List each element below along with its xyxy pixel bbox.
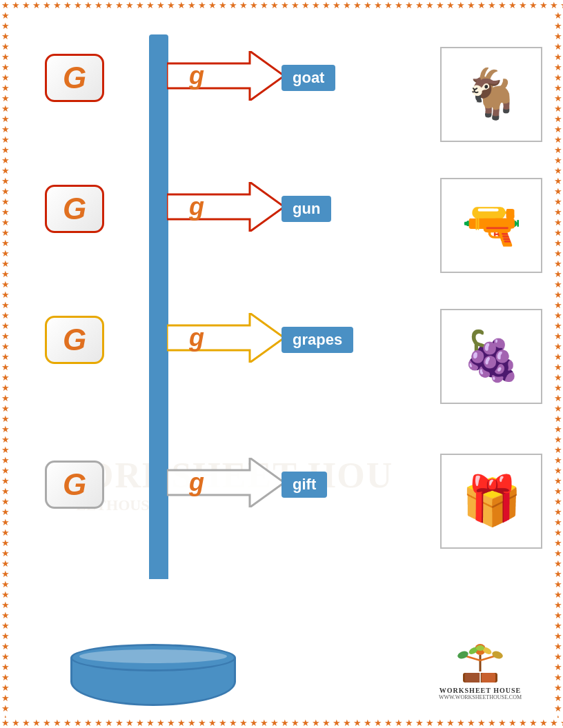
arrow-3: g — [167, 313, 284, 363]
word-label-1: goat — [293, 69, 324, 86]
cylinder-highlight — [79, 649, 227, 663]
brand-name: WORKSHEET HOUSE — [425, 687, 535, 694]
small-g-4: g — [189, 468, 204, 497]
capital-g-letter-2: G — [63, 192, 86, 226]
content-area: WORKSHEET HOU EETHOUSE. Gggoat🐐Gggun🔫Ggg… — [14, 14, 549, 714]
word-box-4: gift — [282, 472, 327, 498]
image-emoji-1: 🐐 — [462, 70, 522, 119]
image-emoji-2: 🔫 — [462, 201, 522, 250]
image-box-1: 🐐 — [440, 47, 542, 142]
svg-rect-10 — [465, 673, 480, 682]
arrow-2: g — [167, 182, 284, 232]
svg-line-2 — [466, 656, 480, 660]
cylinder-top — [70, 644, 236, 671]
g-capital-box-3: G — [45, 316, 104, 364]
word-box-2: gun — [282, 196, 331, 222]
image-box-3: 🍇 — [440, 309, 542, 404]
image-emoji-4: 🎁 — [462, 477, 522, 525]
small-g-3: g — [189, 323, 204, 352]
capital-g-letter-3: G — [63, 323, 86, 357]
svg-point-4 — [457, 650, 469, 660]
arrow-4: g — [167, 458, 284, 507]
capital-g-letter-4: G — [63, 467, 86, 502]
word-label-4: gift — [293, 476, 316, 493]
arrow-svg-4 — [167, 458, 284, 507]
word-label-3: grapes — [293, 331, 342, 348]
capital-g-letter-1: G — [63, 61, 86, 95]
image-box-4: 🎁 — [440, 454, 542, 549]
g-capital-box-2: G — [45, 185, 104, 233]
image-emoji-3: 🍇 — [462, 332, 522, 381]
word-label-2: gun — [293, 200, 320, 217]
logo-tree-icon — [453, 643, 508, 684]
arrow-svg-3 — [167, 313, 284, 363]
arrow-1: g — [167, 51, 284, 101]
g-capital-box-4: G — [45, 461, 104, 509]
svg-line-3 — [480, 656, 494, 660]
g-capital-box-1: G — [45, 54, 104, 102]
arrow-svg-2 — [167, 182, 284, 232]
image-box-2: 🔫 — [440, 178, 542, 273]
arrow-svg-1 — [167, 51, 284, 101]
svg-point-5 — [491, 650, 504, 660]
svg-point-8 — [476, 645, 484, 651]
cylinder-base — [70, 644, 236, 706]
vertical-pole — [149, 34, 168, 579]
logo-area: WORKSHEET HOUSE WWW.WORKSHEETHOUSE.COM — [425, 643, 535, 700]
brand-url: WWW.WORKSHEETHOUSE.COM — [425, 694, 535, 700]
small-g-1: g — [189, 61, 204, 90]
word-box-1: goat — [282, 65, 335, 91]
small-g-2: g — [189, 192, 204, 221]
svg-rect-11 — [482, 673, 495, 682]
word-box-3: grapes — [282, 327, 353, 353]
